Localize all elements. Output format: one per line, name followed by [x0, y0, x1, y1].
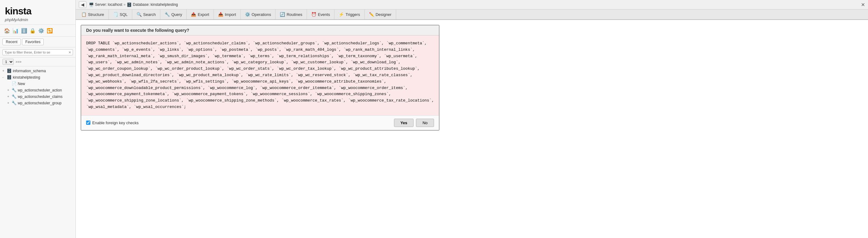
tab-sql-label: SQL: [120, 12, 128, 17]
tab-search-label: Search: [143, 12, 156, 17]
kinsta-logo: kinsta: [5, 5, 70, 17]
confirm-header: Do you really want to execute the follow…: [81, 25, 439, 35]
filter-input[interactable]: [2, 49, 73, 55]
tab-import[interactable]: 📥 Import: [214, 9, 241, 19]
search-icon: 🔍: [136, 12, 142, 17]
sql-icon: 🗒️: [113, 12, 118, 17]
tab-query[interactable]: 🔧 Query: [160, 9, 187, 19]
tree-item-kinstahelptesting[interactable]: - 🗄️ kinstahelptesting: [0, 74, 75, 80]
sidebar-tree: + 🗄️ information_schema - 🗄️ kinstahelpt…: [0, 67, 75, 238]
tab-routines-label: Routines: [286, 12, 302, 17]
info-icon[interactable]: ℹ️: [21, 27, 28, 34]
tree-item-label: wp_actionscheduler_claims: [18, 95, 63, 99]
tab-search[interactable]: 🔍 Search: [132, 9, 160, 19]
designer-icon: ✏️: [369, 12, 374, 17]
tab-operations[interactable]: ⚙️ Operations: [241, 9, 276, 19]
tab-recent[interactable]: Recent: [2, 38, 21, 45]
tab-export[interactable]: 📤 Export: [187, 9, 214, 19]
expand-icon: +: [7, 101, 10, 105]
lock-icon[interactable]: 🔒: [29, 27, 36, 34]
tab-structure-label: Structure: [88, 12, 104, 17]
foreign-key-checkbox[interactable]: [86, 121, 90, 125]
expand-icon: +: [7, 95, 10, 98]
tree-item-information-schema[interactable]: + 🗄️ information_schema: [0, 68, 75, 74]
tab-routines[interactable]: 🔄 Routines: [276, 9, 307, 19]
tab-import-label: Import: [225, 12, 236, 17]
tree-item-wp-actionscheduler-claims[interactable]: + 🔧 wp_actionscheduler_claims: [0, 93, 75, 100]
expand-icon: -: [2, 76, 5, 79]
gear-icon[interactable]: ⚙️: [38, 27, 44, 34]
sidebar-nav-icons: 🏠 📊 ℹ️ 🔒 ⚙️ 🔁: [0, 25, 75, 37]
expand-icon: +: [7, 88, 10, 92]
topbar: ◀ 🖥️ Server: localhost » 🗄️ Database: ki…: [76, 0, 868, 9]
phpmyadmin-label: phpMyAdmin: [5, 18, 70, 22]
content-area: Do you really want to execute the follow…: [76, 20, 868, 238]
tab-events[interactable]: ⏰ Events: [307, 9, 335, 19]
db-label: Database: kinstahelptesting: [133, 2, 178, 7]
table-icon: 🔧: [11, 101, 17, 105]
table-icon: 🔧: [11, 88, 17, 92]
tab-structure[interactable]: 📋 Structure: [77, 9, 109, 19]
tab-events-label: Events: [318, 12, 330, 17]
tree-item-label: New: [18, 82, 25, 86]
server-label: Server: localhost: [95, 2, 122, 7]
sidebar-pagination: 1 >>>: [0, 57, 75, 67]
db-icon: 🗄️: [7, 69, 11, 73]
close-button[interactable]: ✕: [861, 2, 865, 8]
expand-icon: [7, 82, 10, 85]
logo-area: kinsta phpMyAdmin: [0, 0, 75, 25]
server-icon: 🖥️: [89, 2, 94, 7]
home-icon[interactable]: 🏠: [4, 27, 10, 34]
tabbar: 📋 Structure 🗒️ SQL 🔍 Search 🔧 Query 📤 Ex…: [76, 9, 868, 20]
events-icon: ⏰: [311, 12, 316, 17]
tab-triggers[interactable]: ⚡ Triggers: [335, 9, 364, 19]
tab-sql[interactable]: 🗒️ SQL: [109, 9, 132, 19]
sidebar: kinsta phpMyAdmin 🏠 📊 ℹ️ 🔒 ⚙️ 🔁 Recent F…: [0, 0, 76, 238]
tab-favorites[interactable]: Favorites: [22, 38, 44, 45]
tree-item-label: wp_actionscheduler_action: [18, 88, 62, 92]
query-text: DROP TABLE `wp_actionscheduler_actions`,…: [81, 35, 439, 115]
triggers-icon: ⚡: [339, 12, 344, 17]
structure-icon: 📋: [81, 12, 87, 17]
routines-icon: 🔄: [280, 12, 285, 17]
tab-triggers-label: Triggers: [345, 12, 360, 17]
tab-designer[interactable]: ✏️ Designer: [365, 9, 396, 19]
export-icon: 📤: [191, 12, 196, 17]
sidebar-tabs: Recent Favorites: [0, 37, 75, 47]
stats-icon[interactable]: 📊: [12, 27, 19, 34]
filter-clear-icon[interactable]: ✕: [68, 51, 71, 54]
foreign-key-text: Enable foreign key checks: [92, 121, 139, 125]
new-icon: 📄: [11, 81, 17, 86]
no-button[interactable]: No: [416, 119, 434, 127]
table-icon: 🔧: [11, 94, 17, 99]
tab-query-label: Query: [171, 12, 182, 17]
foreign-key-label[interactable]: Enable foreign key checks: [86, 121, 139, 125]
confirm-buttons: Yes No: [394, 119, 434, 127]
expand-icon: +: [2, 69, 5, 73]
page-select[interactable]: 1: [2, 59, 14, 65]
yes-button[interactable]: Yes: [394, 119, 413, 127]
db-icon: 🗄️: [7, 75, 11, 80]
page-arrows[interactable]: >>>: [16, 60, 21, 63]
tab-export-label: Export: [197, 12, 209, 17]
operations-icon: ⚙️: [245, 12, 250, 17]
confirm-dialog: Do you really want to execute the follow…: [81, 25, 439, 131]
import-icon: 📥: [218, 12, 223, 17]
tab-designer-label: Designer: [376, 12, 392, 17]
database-icon: 🗄️: [127, 2, 132, 7]
refresh-icon[interactable]: 🔁: [46, 27, 53, 34]
tree-item-label: kinstahelptesting: [13, 75, 40, 80]
back-button[interactable]: ◀: [79, 1, 87, 8]
tree-item-label: information_schema: [13, 69, 46, 73]
breadcrumb-separator: »: [123, 2, 126, 7]
tree-item-label: wp_actionscheduler_group: [18, 101, 61, 105]
tree-item-wp-actionscheduler-group[interactable]: + 🔧 wp_actionscheduler_group: [0, 100, 75, 106]
tree-item-new[interactable]: 📄 New: [0, 80, 75, 87]
confirm-footer: Enable foreign key checks Yes No: [81, 115, 439, 130]
main-content: ◀ 🖥️ Server: localhost » 🗄️ Database: ki…: [76, 0, 868, 238]
tab-operations-label: Operations: [252, 12, 271, 17]
sidebar-filter-area: ✕: [0, 47, 75, 57]
query-icon: 🔧: [165, 12, 170, 17]
tree-item-wp-actionscheduler-action[interactable]: + 🔧 wp_actionscheduler_action: [0, 87, 75, 93]
breadcrumb: 🖥️ Server: localhost » 🗄️ Database: kins…: [89, 2, 178, 7]
